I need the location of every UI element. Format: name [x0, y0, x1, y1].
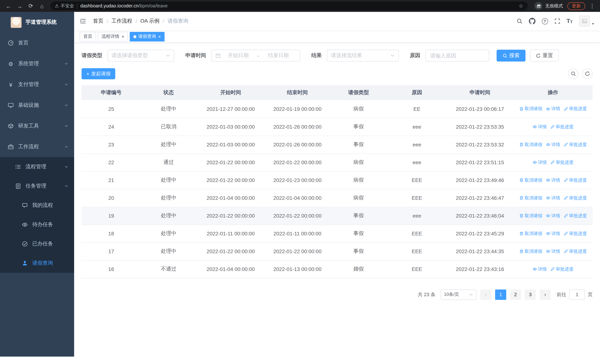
- browser-back-button[interactable]: ←: [4, 1, 13, 11]
- audit-progress-link[interactable]: 审批进度: [550, 266, 573, 272]
- leave-type-select[interactable]: 请选择请假类型: [107, 50, 174, 62]
- audit-progress-link[interactable]: 审批进度: [563, 141, 587, 148]
- reset-button[interactable]: 重置: [530, 50, 559, 62]
- detail-link[interactable]: 详情: [546, 248, 560, 254]
- page-size-select[interactable]: 10条/页: [441, 289, 477, 300]
- toggle-search-button[interactable]: [568, 69, 579, 79]
- audit-progress-link[interactable]: 审批进度: [563, 195, 587, 201]
- apply-time-range-picker[interactable]: 开始日期 - 结束日期: [211, 50, 300, 62]
- sidebar-item-label: 任务管理: [26, 183, 46, 189]
- workflow-submenu: 流程管理 任务管理 我的流程 待办任务 已办: [0, 157, 74, 273]
- sidebar-item-workflow[interactable]: 工作流程: [0, 136, 74, 157]
- cancel-leave-link[interactable]: 取消请假: [519, 106, 542, 112]
- edit-icon: [563, 196, 568, 200]
- audit-progress-link[interactable]: 审批进度: [563, 177, 587, 183]
- table-row: 22通过2022-01-22 00:00:002022-01-22 00:00:…: [82, 153, 593, 171]
- sidebar-item-home[interactable]: 首页: [0, 33, 74, 53]
- sidebar-item-process-management[interactable]: 流程管理: [0, 157, 74, 177]
- detail-link[interactable]: 详情: [532, 124, 547, 130]
- detail-link[interactable]: 详情: [546, 177, 560, 183]
- sidebar-item-done-tasks[interactable]: 已办任务: [0, 234, 74, 253]
- bookmark-star-icon[interactable]: ☆: [519, 3, 523, 9]
- check-circle-icon: [21, 241, 28, 247]
- sidebar-item-label: 我的流程: [32, 202, 53, 209]
- cancel-leave-link[interactable]: 取消请假: [519, 230, 542, 237]
- sidebar-item-system[interactable]: ⚙ 系统管理: [0, 53, 74, 74]
- detail-link[interactable]: 详情: [546, 106, 560, 112]
- page-button-2[interactable]: 2: [510, 289, 521, 300]
- url-text[interactable]: dashboard.yudao.iocoder.cn/bpm/oa/leave: [80, 3, 516, 9]
- active-tab-dot: [133, 35, 136, 38]
- trash-icon: [519, 249, 524, 253]
- browser-reload-button[interactable]: ⟳: [26, 1, 36, 11]
- sidebar-item-devtools[interactable]: 研发工具: [0, 116, 74, 136]
- sidebar-item-my-processes[interactable]: 我的流程: [0, 196, 74, 215]
- create-leave-button[interactable]: + 发起请假: [82, 68, 115, 79]
- sidebar-item-infrastructure[interactable]: 基础设施: [0, 95, 74, 116]
- detail-link[interactable]: 详情: [546, 230, 560, 237]
- tab-leave-query[interactable]: 请假查询 ×: [130, 32, 165, 41]
- fullscreen-icon[interactable]: [554, 18, 560, 24]
- app-logo[interactable]: 芋道管理系统: [0, 12, 74, 33]
- sidebar-item-label: 请假查询: [32, 260, 53, 267]
- sidebar-item-leave-query[interactable]: 请假查询: [0, 253, 74, 273]
- breadcrumb-item[interactable]: OA 示例: [141, 18, 159, 24]
- audit-progress-link[interactable]: 审批进度: [550, 124, 573, 130]
- edit-icon: [563, 249, 568, 253]
- detail-link[interactable]: 详情: [532, 266, 547, 272]
- browser-update-button[interactable]: 更新: [567, 2, 585, 10]
- security-warning-icon: ⚠: [55, 3, 59, 9]
- total-count: 共 23 条: [418, 291, 435, 298]
- github-icon[interactable]: [529, 18, 535, 24]
- result-select[interactable]: 请选择流结果: [327, 50, 399, 62]
- audit-progress-link[interactable]: 审批进度: [563, 106, 587, 112]
- audit-progress-link[interactable]: 审批进度: [550, 159, 573, 166]
- close-icon[interactable]: ×: [122, 34, 124, 39]
- audit-progress-link[interactable]: 审批进度: [563, 230, 587, 237]
- breadcrumb-item[interactable]: 工作流程: [112, 18, 132, 24]
- address-bar[interactable]: ⚠ 不安全 dashboard.yudao.iocoder.cn/bpm/oa/…: [50, 1, 528, 10]
- font-size-icon[interactable]: TT: [566, 18, 572, 24]
- horizontal-scrollbar[interactable]: [0, 357, 600, 364]
- tab-process-detail[interactable]: 流程详情 ×: [98, 32, 128, 41]
- refresh-table-button[interactable]: [582, 69, 593, 79]
- reason-input[interactable]: [425, 50, 489, 62]
- help-icon[interactable]: ?: [542, 18, 548, 24]
- tab-home[interactable]: 首页: [80, 32, 96, 41]
- audit-progress-link[interactable]: 审批进度: [563, 248, 587, 254]
- table-header-row: 申请编号 状态 开始时间 结束时间 请假类型 原因 申请时间 操作: [82, 85, 593, 100]
- close-icon[interactable]: ×: [158, 34, 161, 39]
- breadcrumb-item[interactable]: 首页: [93, 18, 103, 24]
- goto-page-input[interactable]: [569, 289, 585, 300]
- browser-forward-button[interactable]: →: [15, 1, 24, 11]
- browser-menu-icon[interactable]: ⋮: [590, 3, 595, 9]
- eye-icon: [546, 231, 550, 236]
- audit-progress-link[interactable]: 审批进度: [563, 213, 587, 219]
- eye-icon: [546, 178, 550, 182]
- cancel-leave-link[interactable]: 取消请假: [519, 248, 542, 254]
- detail-link[interactable]: 详情: [532, 159, 547, 166]
- sidebar-item-task-management[interactable]: 任务管理: [0, 177, 74, 196]
- search-button[interactable]: 搜索: [497, 50, 525, 62]
- cancel-leave-link[interactable]: 取消请假: [519, 177, 542, 183]
- next-page-button[interactable]: ›: [540, 289, 551, 300]
- end-date-placeholder: 结束日期: [261, 52, 296, 59]
- page-button-1[interactable]: 1: [495, 289, 506, 300]
- cancel-leave-link[interactable]: 取消请假: [519, 141, 542, 148]
- detail-link[interactable]: 详情: [546, 213, 560, 219]
- header-search-icon[interactable]: [516, 18, 522, 24]
- cancel-leave-link[interactable]: 取消请假: [519, 195, 542, 201]
- security-label[interactable]: 不安全: [61, 3, 74, 9]
- url-path: /bpm/oa/leave: [139, 3, 168, 9]
- trash-icon: [519, 214, 524, 218]
- cancel-leave-link[interactable]: 取消请假: [519, 213, 542, 219]
- page-button-3[interactable]: 3: [525, 289, 536, 300]
- detail-link[interactable]: 详情: [546, 195, 560, 201]
- user-menu[interactable]: ▼: [579, 16, 594, 27]
- prev-page-button[interactable]: ‹: [480, 289, 491, 300]
- sidebar-item-payment[interactable]: ¥ 支付管理: [0, 74, 74, 95]
- browser-home-button[interactable]: ⌂: [37, 1, 47, 11]
- sidebar-item-todo-tasks[interactable]: 待办任务: [0, 215, 74, 234]
- detail-link[interactable]: 详情: [546, 141, 560, 148]
- sidebar-collapse-icon[interactable]: [80, 18, 86, 24]
